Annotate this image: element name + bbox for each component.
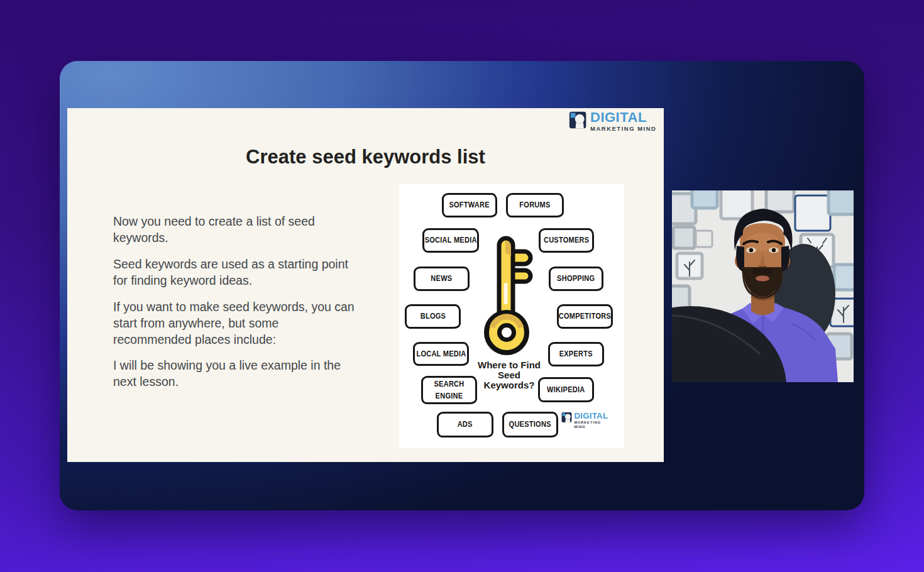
diagram-node-blogs: BLOGS xyxy=(405,304,461,329)
brand-logo-icon xyxy=(561,412,573,423)
seed-keywords-diagram: SOFTWARE FORUMS SOCIAL MEDIA CUSTOMERS N… xyxy=(399,184,624,448)
diagram-center-question: Where to Find Seed Keywords? xyxy=(465,360,553,390)
brand-logo-text: DIGITAL MARKETING MIND xyxy=(590,111,656,132)
diagram-node-ads: ADS xyxy=(437,412,493,437)
slide-paragraph: Now you need to create a list of seed ke… xyxy=(113,214,358,246)
video-player[interactable]: DIGITAL MARKETING MIND Create seed keywo… xyxy=(60,61,864,510)
brand-word-marketing-mind: MARKETING MIND xyxy=(590,125,656,132)
slide-title: Create seed keywords list xyxy=(67,146,664,168)
diagram-node-software: SOFTWARE xyxy=(442,193,497,217)
diagram-node-shopping: SHOPPING xyxy=(549,267,603,291)
brand-logo-icon xyxy=(569,111,588,129)
diagram-node-social-media: SOCIAL MEDIA xyxy=(422,228,479,253)
diagram-node-customers: CUSTOMERS xyxy=(539,228,594,253)
slide-body-text: Now you need to create a list of seed ke… xyxy=(113,214,358,400)
diagram-node-forums: FORUMS xyxy=(506,193,564,217)
diagram-node-competitors: COMPETITORS xyxy=(557,304,613,329)
slide-paragraph: If you want to make seed keywords, you c… xyxy=(113,299,358,348)
brand-logo: DIGITAL MARKETING MIND xyxy=(569,111,656,132)
diagram-node-news: NEWS xyxy=(414,267,470,291)
diagram-node-local-media: LOCAL MEDIA xyxy=(413,342,469,366)
brand-logo-small: DIGITAL MARKETING MIND xyxy=(561,412,608,429)
diagram-node-experts: EXPERTS xyxy=(548,342,604,366)
presenter-scene xyxy=(672,190,854,382)
slide-paragraph: I will be showing you a live example in … xyxy=(113,358,358,390)
brand-logo-text: DIGITAL MARKETING MIND xyxy=(574,412,608,429)
diagram-node-questions: QUESTIONS xyxy=(502,412,558,437)
presentation-slide: DIGITAL MARKETING MIND Create seed keywo… xyxy=(67,108,664,462)
presenter-webcam xyxy=(672,190,854,382)
key-illustration xyxy=(483,235,537,358)
slide-paragraph: Seed keywords are used as a starting poi… xyxy=(113,256,358,289)
brand-word-digital: DIGITAL xyxy=(590,111,656,124)
